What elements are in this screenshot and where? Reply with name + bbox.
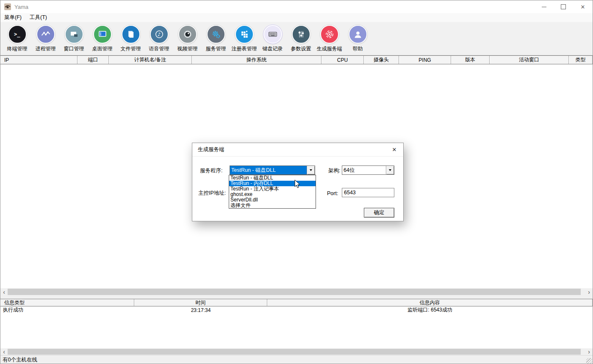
mouse-cursor-icon bbox=[294, 179, 301, 189]
scroll-left-icon[interactable]: ‹ bbox=[0, 288, 8, 295]
tool-help[interactable]: 帮助 bbox=[344, 25, 372, 55]
message-type-cell: 执行成功 bbox=[0, 306, 134, 314]
scroll-right-icon[interactable]: › bbox=[585, 288, 593, 295]
audio-note-icon: ♪ bbox=[150, 25, 169, 44]
toolbar: >_ 终端管理 进程管理 窗口管理 桌面管理 bbox=[0, 22, 593, 55]
dialog-close-button[interactable]: ✕ bbox=[385, 143, 403, 156]
column-header-msg-content[interactable]: 信息内容 bbox=[267, 299, 593, 306]
column-header-computer[interactable]: 计算机名/备注 bbox=[109, 56, 192, 64]
app-logo-icon bbox=[4, 3, 11, 10]
scroll-thumb[interactable] bbox=[8, 289, 581, 295]
file-icon bbox=[122, 25, 140, 44]
column-header-cpu[interactable]: CPU bbox=[321, 56, 364, 64]
chevron-down-icon bbox=[310, 169, 312, 171]
app-window: { "window": { "title": "Yama" }, "menuba… bbox=[0, 0, 593, 364]
tool-keylog[interactable]: 键盘记录 bbox=[258, 25, 287, 55]
chevron-down-icon bbox=[389, 169, 391, 171]
column-header-ping[interactable]: PING bbox=[399, 56, 451, 64]
column-header-msg-type[interactable]: 信息类型 bbox=[0, 299, 134, 306]
column-header-type[interactable]: 类型 bbox=[569, 56, 593, 64]
close-button[interactable]: ✕ bbox=[573, 0, 593, 13]
window-controls: ✕ bbox=[534, 0, 593, 13]
messages-hscrollbar[interactable]: ‹ › bbox=[0, 348, 593, 355]
gears-icon bbox=[207, 25, 225, 44]
hosts-table-header: IP 端口 计算机名/备注 操作系统 CPU 摄像头 PING 版本 活动窗口 … bbox=[0, 55, 593, 64]
column-header-active-window[interactable]: 活动窗口 bbox=[490, 56, 569, 64]
column-header-ip[interactable]: IP bbox=[0, 56, 78, 64]
tool-video[interactable]: 视频管理 bbox=[173, 25, 202, 55]
arch-value: 64位 bbox=[342, 166, 386, 174]
tool-params[interactable]: 参数设置 bbox=[287, 25, 315, 55]
tool-file[interactable]: 文件管理 bbox=[116, 25, 145, 55]
scroll-thumb[interactable] bbox=[8, 349, 581, 355]
column-header-port[interactable]: 端口 bbox=[78, 56, 109, 64]
tool-label: 视频管理 bbox=[177, 45, 198, 52]
dropdown-item[interactable]: ghost.exe bbox=[229, 192, 316, 197]
tool-registry[interactable]: 注册表管理 bbox=[230, 25, 258, 55]
menu-bar: 菜单(F) 工具(T) bbox=[0, 13, 593, 22]
combo-dropdown-button[interactable] bbox=[307, 166, 315, 174]
port-input[interactable]: 6543 bbox=[342, 188, 394, 197]
message-time-cell: 23:17:34 bbox=[134, 306, 267, 314]
service-program-dropdown-list: TestRun - 磁盘DLL TestRun - 内存DLL TestRun … bbox=[229, 175, 316, 209]
title-bar: Yama ✕ bbox=[0, 0, 593, 13]
dropdown-item-highlighted[interactable]: TestRun - 内存DLL bbox=[229, 181, 316, 186]
tool-window[interactable]: 窗口管理 bbox=[60, 25, 88, 55]
dropdown-item[interactable]: ServerDll.dll bbox=[229, 197, 316, 203]
tool-audio[interactable]: ♪ 语音管理 bbox=[145, 25, 173, 55]
tool-label: 文件管理 bbox=[121, 45, 141, 52]
scroll-right-icon[interactable]: › bbox=[585, 348, 593, 355]
resize-grip-icon[interactable] bbox=[586, 358, 592, 364]
tool-service[interactable]: 服务管理 bbox=[202, 25, 230, 55]
arch-label: 架构: bbox=[328, 167, 340, 174]
tool-label: 参数设置 bbox=[291, 45, 311, 52]
desktop-icon bbox=[93, 25, 112, 44]
tool-process[interactable]: 进程管理 bbox=[31, 25, 60, 55]
column-header-version[interactable]: 版本 bbox=[451, 56, 490, 64]
tool-terminal[interactable]: >_ 终端管理 bbox=[3, 25, 31, 55]
combo-dropdown-button[interactable] bbox=[386, 166, 394, 174]
target-icon bbox=[320, 25, 339, 44]
maximize-icon bbox=[561, 4, 566, 9]
tool-label: 帮助 bbox=[353, 45, 363, 52]
window-icon bbox=[65, 25, 83, 44]
dialog-title-bar: 生成服务端 ✕ bbox=[192, 143, 403, 157]
dropdown-item[interactable]: TestRun - 磁盘DLL bbox=[229, 175, 316, 181]
message-content-cell: 监听端口: 6543成功 bbox=[267, 306, 593, 314]
port-label: Port: bbox=[327, 190, 338, 196]
menu-item-tools[interactable]: 工具(T) bbox=[30, 14, 51, 21]
column-header-os[interactable]: 操作系统 bbox=[192, 56, 321, 64]
tool-label: 键盘记录 bbox=[263, 45, 283, 52]
service-program-value: TestRun - 磁盘DLL bbox=[230, 166, 307, 174]
close-icon: ✕ bbox=[581, 4, 585, 10]
dropdown-item[interactable]: 选择文件 bbox=[229, 203, 316, 208]
port-value: 6543 bbox=[344, 190, 356, 196]
minimize-button[interactable] bbox=[534, 0, 554, 13]
tool-build-server[interactable]: 生成服务端 bbox=[315, 25, 344, 55]
tool-desktop[interactable]: 桌面管理 bbox=[88, 25, 116, 55]
column-header-webcam[interactable]: 摄像头 bbox=[364, 56, 399, 64]
message-row[interactable]: 执行成功 23:17:34 监听端口: 6543成功 bbox=[0, 306, 593, 314]
terminal-icon: >_ bbox=[8, 25, 27, 44]
person-icon bbox=[349, 25, 367, 44]
minimize-icon bbox=[542, 7, 546, 7]
keyboard-icon bbox=[263, 25, 282, 44]
service-program-combo[interactable]: TestRun - 磁盘DLL bbox=[230, 165, 315, 175]
dropdown-item[interactable]: TestRun - 注入记事本 bbox=[229, 186, 316, 192]
column-header-msg-time[interactable]: 时间 bbox=[134, 299, 267, 306]
service-program-label: 服务程序: bbox=[200, 167, 222, 174]
tool-label: 注册表管理 bbox=[232, 45, 257, 52]
tool-label: 桌面管理 bbox=[92, 45, 113, 52]
menu-item-menu[interactable]: 菜单(F) bbox=[4, 14, 25, 21]
ok-button[interactable]: 确定 bbox=[364, 208, 394, 218]
messages-table-header: 信息类型 时间 信息内容 bbox=[0, 299, 593, 306]
maximize-button[interactable] bbox=[554, 0, 573, 13]
tool-label: 终端管理 bbox=[7, 45, 28, 52]
panel-splitter[interactable] bbox=[0, 295, 593, 299]
status-text: 有0个主机在线 bbox=[3, 356, 37, 364]
arch-combo[interactable]: 64位 bbox=[342, 165, 394, 175]
scroll-left-icon[interactable]: ‹ bbox=[0, 348, 8, 355]
tool-label: 生成服务端 bbox=[317, 45, 342, 52]
hosts-hscrollbar[interactable]: ‹ › bbox=[0, 288, 593, 295]
close-icon: ✕ bbox=[392, 146, 397, 153]
